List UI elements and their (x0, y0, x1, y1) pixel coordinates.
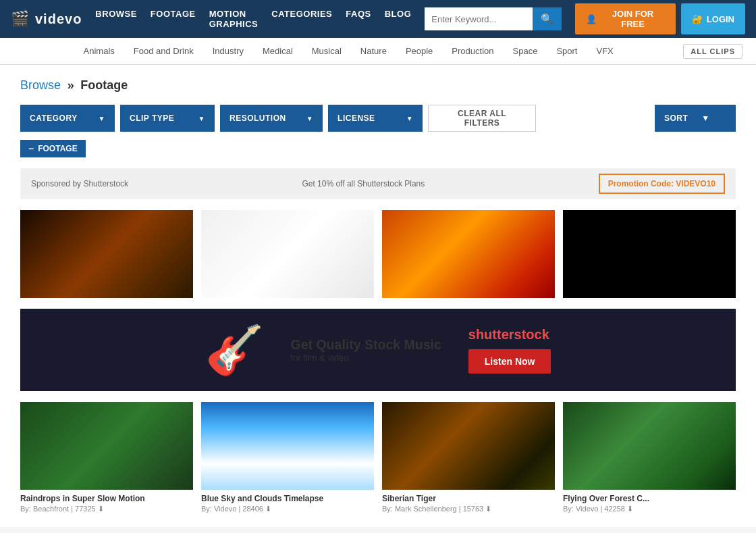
clip-thumb-2 (201, 402, 374, 490)
ad-headline: Get Quality Stock Music (291, 337, 441, 353)
shutterstock-brand: shutterstock (468, 327, 549, 342)
clip-card-2[interactable]: Blue Sky and Clouds Timelapse By: Videvo… (201, 402, 374, 513)
license-dropdown[interactable]: LICENSE ▼ (328, 105, 423, 132)
nav-blog[interactable]: BLOG (385, 9, 412, 19)
clip-meta-3: By: Mark Schellenberg | 15763 ⬇ (382, 505, 555, 513)
ad-banner: 🎸 Get Quality Stock Music for film & vid… (20, 309, 736, 391)
clear-filters-button[interactable]: CLEAR ALL FILTERS (428, 105, 536, 132)
promo-prefix: Promotion Code: (608, 179, 676, 188)
clip-title-4: Flying Over Forest C... (563, 494, 736, 503)
ad-subtext: for film & video. (291, 353, 441, 363)
nav-links: BROWSE FOOTAGE MOTION GRAPHICS CATEGORIE… (95, 9, 411, 29)
sub-nav-nature[interactable]: Nature (351, 46, 396, 56)
nav-motion-graphics[interactable]: MOTION GRAPHICS (209, 9, 259, 29)
search-bar: 🔍 (425, 7, 562, 30)
clip-meta-2: By: Videvo | 28406 ⬇ (201, 505, 374, 513)
clip-thumb-1 (20, 402, 193, 490)
nav-categories[interactable]: CATEGORIES (271, 9, 332, 19)
video-thumb-2[interactable] (201, 210, 374, 298)
sub-nav-people[interactable]: People (396, 46, 442, 56)
clip-type-arrow-icon: ▼ (198, 115, 205, 122)
logo[interactable]: 🎬 videvo (11, 10, 82, 28)
sort-arrow-icon: ▼ (701, 113, 709, 123)
brand-shutter: shutter (468, 327, 514, 342)
filter-bar: CATEGORY ▼ CLIP TYPE ▼ RESOLUTION ▼ LICE… (20, 105, 736, 132)
resolution-label: RESOLUTION (230, 113, 286, 123)
logo-icon: 🎬 (11, 10, 30, 28)
clip-card-4[interactable]: Flying Over Forest C... By: Videvo | 422… (563, 402, 736, 513)
thumb-image-2 (201, 210, 374, 298)
sub-nav-space[interactable]: Space (504, 46, 547, 56)
active-filters: − FOOTAGE (20, 140, 736, 157)
join-button[interactable]: 👤 JOIN FOR FREE (575, 3, 676, 34)
footage-tag-label: FOOTAGE (38, 144, 77, 153)
login-button[interactable]: 🔐 LOGIN (681, 3, 745, 34)
video-thumb-1[interactable] (20, 210, 193, 298)
clip-title-3: Siberian Tiger (382, 494, 555, 503)
clip-meta-1: By: Beachfront | 77325 ⬇ (20, 505, 193, 513)
resolution-dropdown[interactable]: RESOLUTION ▼ (220, 105, 323, 132)
brand-stock: stock (514, 327, 549, 342)
sub-nav-medical[interactable]: Medical (253, 46, 302, 56)
clip-card-3[interactable]: Siberian Tiger By: Mark Schellenberg | 1… (382, 402, 555, 513)
category-label: CATEGORY (30, 113, 78, 123)
login-icon: 🔐 (692, 14, 703, 24)
clip-thumb-4 (563, 402, 736, 490)
login-label: LOGIN (707, 14, 734, 24)
sort-label: SORT (664, 113, 688, 123)
ad-headline-normal: Get Quality (291, 337, 364, 352)
offer-label: Get 10% off all Shutterstock Plans (302, 179, 425, 188)
listen-now-button[interactable]: Listen Now (468, 349, 551, 374)
sub-nav-industry[interactable]: Industry (203, 46, 253, 56)
main-content: Browse » Footage CATEGORY ▼ CLIP TYPE ▼ … (0, 65, 756, 527)
clip-meta-4: By: Videvo | 42258 ⬇ (563, 505, 736, 513)
thumb-image-4 (563, 210, 736, 298)
nav-browse[interactable]: BROWSE (95, 9, 137, 19)
navbar: 🎬 videvo BROWSE FOOTAGE MOTION GRAPHICS … (0, 0, 756, 38)
nav-faqs[interactable]: FAQS (346, 9, 371, 19)
video-thumb-4[interactable] (563, 210, 736, 298)
ad-guitar-icon: 🎸 (205, 322, 264, 378)
search-button[interactable]: 🔍 (533, 7, 562, 30)
remove-filter-icon: − (28, 143, 34, 154)
clip-thumb-3 (382, 402, 555, 490)
breadcrumb-separator: » (68, 78, 74, 92)
nav-footage[interactable]: FOOTAGE (151, 9, 196, 19)
logo-text: videvo (35, 11, 82, 27)
category-arrow-icon: ▼ (99, 115, 105, 122)
sub-nav-production[interactable]: Production (442, 46, 503, 56)
sub-nav-links: Animals Food and Drink Industry Medical … (14, 38, 683, 65)
search-input[interactable] (425, 7, 533, 30)
sub-nav-food-drink[interactable]: Food and Drink (124, 46, 203, 56)
video-thumb-3[interactable] (382, 210, 555, 298)
sponsored-label: Sponsored by Shutterstock (31, 179, 128, 188)
sub-nav: Animals Food and Drink Industry Medical … (0, 38, 756, 65)
promo-code: VIDEVO10 (676, 179, 716, 188)
footage-filter-tag[interactable]: − FOOTAGE (20, 140, 86, 157)
clip-title-1: Raindrops in Super Slow Motion (20, 494, 193, 503)
clip-type-label: CLIP TYPE (130, 113, 174, 123)
sort-dropdown[interactable]: SORT ▼ (655, 105, 736, 132)
all-clips-button[interactable]: ALL CLIPS (683, 44, 742, 59)
clip-card-1[interactable]: Raindrops in Super Slow Motion By: Beach… (20, 402, 193, 513)
clip-title-2: Blue Sky and Clouds Timelapse (201, 494, 374, 503)
breadcrumb-current: Footage (80, 78, 128, 92)
category-dropdown[interactable]: CATEGORY ▼ (20, 105, 115, 132)
sub-nav-musical[interactable]: Musical (302, 46, 351, 56)
license-label: LICENSE (338, 113, 375, 123)
thumb-image-3 (382, 210, 555, 298)
thumb-image-1 (20, 210, 193, 298)
ad-headline-bold: Stock Music (364, 337, 441, 352)
license-arrow-icon: ▼ (406, 115, 413, 122)
bottom-video-grid: Raindrops in Super Slow Motion By: Beach… (20, 402, 736, 513)
join-icon: 👤 (586, 14, 597, 24)
sub-nav-sport[interactable]: Sport (547, 46, 587, 56)
promo-code-box[interactable]: Promotion Code: VIDEVO10 (599, 174, 725, 194)
breadcrumb-browse[interactable]: Browse (20, 78, 61, 92)
shutterstock-bar: Sponsored by Shutterstock Get 10% off al… (20, 168, 736, 199)
clip-type-dropdown[interactable]: CLIP TYPE ▼ (120, 105, 215, 132)
nav-auth: 👤 JOIN FOR FREE 🔐 LOGIN (575, 3, 745, 34)
sub-nav-vfx[interactable]: VFX (587, 46, 622, 56)
resolution-arrow-icon: ▼ (306, 115, 313, 122)
sub-nav-animals[interactable]: Animals (74, 46, 124, 56)
